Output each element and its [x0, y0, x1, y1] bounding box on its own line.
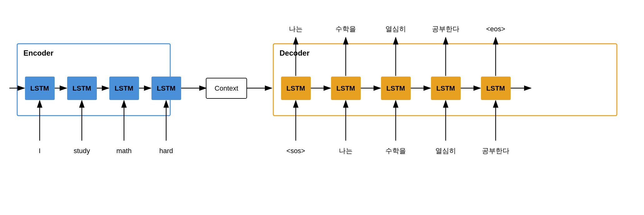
diagram-container: Encoder LSTM LSTM LSTM LSTM I study math… [0, 0, 644, 215]
decoder-lstm-1-label: LSTM [286, 84, 305, 92]
encoder-lstm-2-label: LSTM [72, 84, 91, 92]
diagram-svg: Encoder LSTM LSTM LSTM LSTM I study math… [0, 0, 644, 215]
output-label-1: 나는 [289, 25, 303, 33]
dinput-label-5: 공부한다 [482, 147, 509, 155]
encoder-label: Encoder [23, 49, 53, 57]
output-label-5: <eos> [486, 25, 505, 33]
output-label-2: 수학을 [335, 25, 356, 33]
dinput-label-4: 열심히 [435, 147, 456, 155]
context-label: Context [215, 84, 238, 92]
input-label-3: math [116, 147, 132, 155]
dinput-label-1: <sos> [286, 147, 305, 155]
output-label-4: 공부한다 [432, 25, 459, 33]
encoder-lstm-3-label: LSTM [115, 84, 133, 92]
output-label-3: 열심히 [385, 25, 406, 33]
decoder-lstm-2-label: LSTM [336, 84, 355, 92]
input-label-4: hard [159, 147, 173, 155]
dinput-label-2: 나는 [339, 147, 353, 155]
dinput-label-3: 수학을 [385, 147, 406, 155]
input-label-2: study [74, 147, 90, 155]
decoder-label: Decoder [280, 49, 310, 57]
decoder-lstm-4-label: LSTM [436, 84, 455, 92]
decoder-lstm-3-label: LSTM [386, 84, 405, 92]
input-label-1: I [39, 147, 41, 155]
decoder-lstm-5-label: LSTM [486, 84, 505, 92]
encoder-lstm-1-label: LSTM [30, 84, 49, 92]
encoder-lstm-4-label: LSTM [157, 84, 176, 92]
